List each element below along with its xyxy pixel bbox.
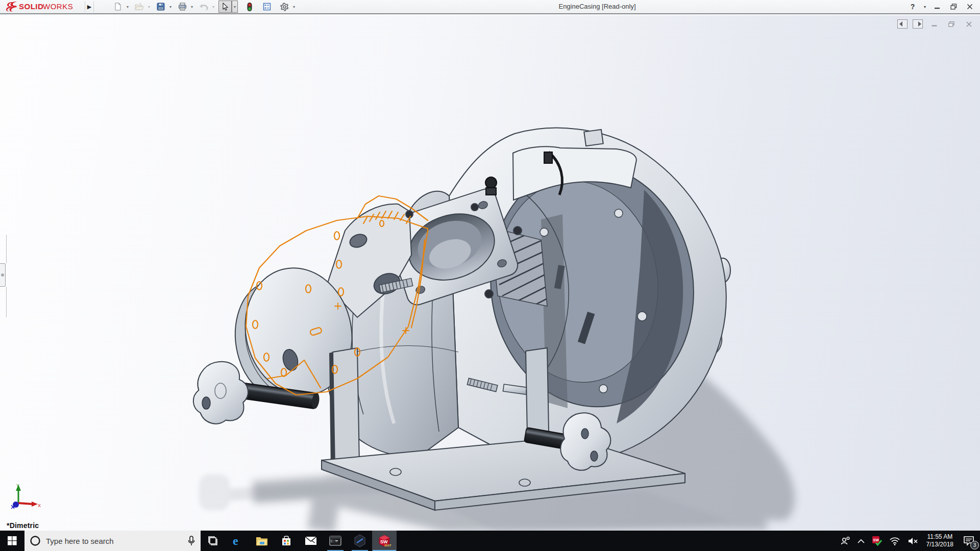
save-floppy-icon — [157, 3, 165, 11]
select-cursor-icon — [222, 3, 229, 11]
options-caret[interactable]: ▾ — [291, 1, 297, 13]
taskbar-search[interactable] — [24, 531, 201, 551]
undo-button[interactable] — [197, 1, 210, 13]
taskbar-item-solidworks-2017[interactable]: SW 2017 — [372, 531, 397, 551]
taskbar-item-command-prompt[interactable]: C:\ — [323, 531, 348, 551]
print-button[interactable] — [176, 1, 189, 13]
select-tool-button[interactable] — [218, 1, 232, 13]
pane-expand-right-button[interactable] — [913, 19, 923, 29]
taskbar-item-store[interactable] — [274, 531, 299, 551]
options-gear-icon — [280, 3, 289, 11]
people-button[interactable] — [837, 531, 854, 551]
start-button[interactable] — [0, 531, 24, 551]
pane-collapse-left-button[interactable] — [897, 19, 908, 29]
solidworks-logo-swoosh: SOLID WORKS — [5, 1, 82, 12]
file-explorer-icon — [256, 536, 268, 546]
close-icon — [967, 4, 973, 10]
svg-text:2017: 2017 — [384, 544, 391, 547]
task-view-button[interactable] — [201, 531, 225, 551]
clock-time: 11:55 AM — [926, 533, 953, 541]
feature-pane-tab[interactable] — [0, 263, 6, 287]
taskbar-item-hexagon-app[interactable] — [348, 531, 372, 551]
engine-casing-model — [0, 15, 980, 531]
solidworks-logo: SOLID WORKS — [0, 0, 85, 13]
svg-text:SW: SW — [873, 538, 879, 542]
volume-button[interactable] — [904, 531, 922, 551]
svg-text:WORKS: WORKS — [43, 2, 73, 11]
reference-triad: Y X — [9, 483, 41, 509]
view-orientation-label: *Dimetric — [7, 521, 39, 530]
cortana-icon — [30, 535, 41, 546]
pane-tab-dot-icon — [1, 273, 4, 277]
svg-text:e: e — [233, 534, 238, 547]
standard-toolbar: ▾ ▾ ▾ — [111, 0, 299, 13]
microphone-icon[interactable] — [187, 535, 195, 546]
triangle-left-icon — [899, 21, 902, 27]
network-button[interactable] — [886, 531, 904, 551]
new-document-caret[interactable]: ▾ — [125, 1, 131, 13]
taskbar-clock[interactable]: 11:55 AM 7/13/2018 — [922, 531, 958, 551]
wifi-icon — [889, 537, 900, 545]
taskbar-item-file-explorer[interactable] — [250, 531, 274, 551]
document-window-controls — [897, 19, 975, 29]
action-center-button[interactable]: 3 — [958, 531, 980, 551]
people-icon — [840, 536, 850, 545]
taskbar-item-mail[interactable] — [299, 531, 323, 551]
open-caret[interactable]: ▾ — [146, 1, 152, 13]
svg-text:X: X — [38, 503, 41, 508]
chevron-up-icon — [857, 539, 865, 543]
doc-minimize-button[interactable] — [928, 19, 940, 29]
select-tool-caret[interactable]: ▾ — [232, 1, 238, 13]
task-view-icon — [208, 536, 218, 546]
svg-text:Y: Y — [16, 483, 19, 488]
save-caret[interactable]: ▾ — [167, 1, 174, 13]
solidworks-check-icon: SW — [872, 536, 882, 546]
print-icon — [178, 3, 187, 11]
open-button[interactable] — [133, 1, 146, 13]
save-button[interactable] — [154, 1, 167, 13]
mail-icon — [305, 536, 317, 545]
restore-icon — [950, 4, 957, 10]
solidworks-monitor-tray[interactable]: SW — [868, 531, 886, 551]
window-title: EngineCasing [Read-only] — [531, 0, 664, 13]
doc-restore-button[interactable] — [945, 19, 958, 29]
rebuild-traffic-light-icon — [247, 3, 252, 11]
solidworks-2017-icon: SW 2017 — [377, 534, 391, 548]
options-button[interactable] — [278, 1, 291, 13]
minimize-button[interactable] — [930, 1, 944, 12]
doc-restore-icon — [948, 21, 954, 27]
command-prompt-icon: C:\ — [329, 536, 341, 546]
edge-icon: e — [231, 534, 244, 547]
file-properties-icon — [263, 3, 271, 11]
rebuild-button[interactable] — [243, 1, 256, 13]
windows-taskbar: e C:\ — [0, 531, 980, 551]
restore-button[interactable] — [946, 1, 961, 12]
new-document-icon — [114, 3, 122, 11]
system-tray: SW 11:55 AM 7/13/2018 — [837, 531, 980, 551]
titlebar-controls: ? ▾ — [905, 0, 977, 13]
undo-arrow-icon — [199, 3, 208, 11]
hexagon-app-icon — [354, 534, 366, 547]
taskbar-item-edge[interactable]: e — [225, 531, 250, 551]
menu-bar: SOLID WORKS ▶ ▾ ▾ — [0, 0, 980, 14]
hidden-icons-button[interactable] — [854, 531, 868, 551]
close-button[interactable] — [963, 1, 977, 12]
search-input[interactable] — [46, 537, 182, 545]
new-document-button[interactable] — [111, 1, 125, 13]
undo-caret[interactable]: ▾ — [210, 1, 216, 13]
help-caret[interactable]: ▾ — [922, 1, 928, 12]
help-button[interactable]: ? — [905, 1, 920, 12]
doc-close-button[interactable] — [963, 19, 975, 29]
file-properties-button[interactable] — [260, 1, 274, 13]
minimize-icon — [934, 4, 940, 10]
volume-muted-icon — [908, 537, 919, 545]
windows-logo-icon — [8, 536, 17, 545]
toolbar-flyout-button[interactable]: ▶ — [85, 1, 94, 12]
store-icon — [281, 535, 292, 546]
triangle-right-icon — [918, 21, 921, 27]
clock-date: 7/13/2018 — [926, 541, 953, 548]
doc-close-icon — [966, 21, 972, 27]
graphics-viewport[interactable]: Y X *Dimetric — [0, 15, 980, 531]
print-caret[interactable]: ▾ — [189, 1, 195, 13]
notification-badge: 3 — [970, 541, 979, 549]
